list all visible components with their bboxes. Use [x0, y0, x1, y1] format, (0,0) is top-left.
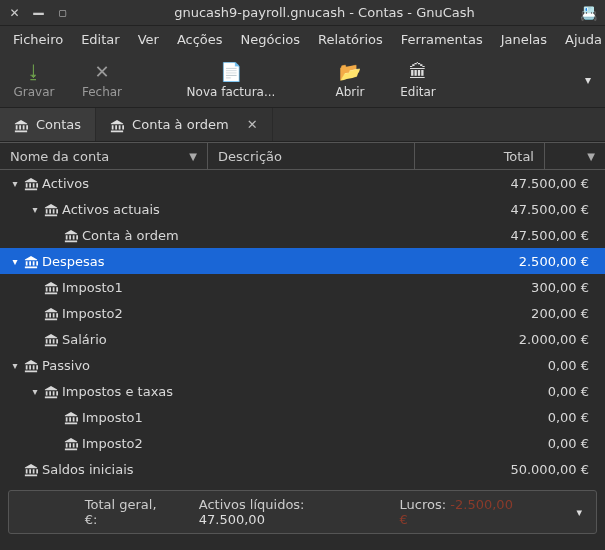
bank-icon [22, 175, 40, 191]
expand-icon[interactable]: ▾ [8, 360, 22, 371]
account-name: Imposto2 [80, 436, 421, 451]
column-description[interactable]: Descrição [208, 143, 415, 169]
menu-ferramentas[interactable]: Ferramentas [392, 28, 492, 51]
tab-conta-à-ordem[interactable]: Conta à ordem✕ [96, 108, 272, 141]
window-close-icon[interactable]: ✕ [8, 6, 21, 19]
edit-button[interactable]: 🏛 Editar [384, 52, 452, 107]
account-tree[interactable]: ▾Activos47.500,00 €▾Activos actuais47.50… [0, 170, 605, 482]
account-name: Conta à ordem [80, 228, 421, 243]
account-total: 0,00 € [421, 358, 599, 373]
account-row[interactable]: Imposto1300,00 € [0, 274, 605, 300]
account-row[interactable]: Saldos iniciais50.000,00 € [0, 456, 605, 482]
summary-bar: Total geral, €: Activos líquidos: 47.500… [8, 490, 597, 534]
window-minimize-icon[interactable]: ‒ [32, 6, 45, 19]
account-total: 47.500,00 € [421, 202, 599, 217]
menubar: FicheiroEditarVerAcçõesNegóciosRelatório… [0, 26, 605, 52]
column-name[interactable]: Nome da conta ▼ [0, 143, 208, 169]
column-headers: Nome da conta ▼ Descrição Total ▼ [0, 142, 605, 170]
edit-icon: 🏛 [409, 61, 427, 83]
window-maximize-icon[interactable]: ▢ [56, 6, 69, 19]
account-total: 47.500,00 € [421, 176, 599, 191]
account-total: 2.500,00 € [421, 254, 599, 269]
account-name: Impostos e taxas [60, 384, 421, 399]
titlebar: ✕ ‒ ▢ gnucash9-payroll.gnucash - Contas … [0, 0, 605, 26]
account-name: Saldos iniciais [40, 462, 421, 477]
menu-ver[interactable]: Ver [129, 28, 168, 51]
bank-icon [42, 201, 60, 217]
account-total: 2.000,00 € [421, 332, 599, 347]
bank-icon [62, 435, 80, 451]
account-name: Imposto1 [60, 280, 421, 295]
account-name: Imposto2 [60, 306, 421, 321]
bank-icon [42, 331, 60, 347]
save-button[interactable]: ⭳ Gravar [0, 52, 68, 107]
menu-relatórios[interactable]: Relatórios [309, 28, 392, 51]
menu-ajuda[interactable]: Ajuda [556, 28, 605, 51]
account-name: Passivo [40, 358, 421, 373]
account-name: Despesas [40, 254, 421, 269]
bank-icon [62, 227, 80, 243]
bank-icon [22, 253, 40, 269]
toolbar: ⭳ Gravar ✕ Fechar 📄 Nova factura... 📂 Ab… [0, 52, 605, 108]
account-total: 50.000,00 € [421, 462, 599, 477]
window-title: gnucash9-payroll.gnucash - Contas - GnuC… [77, 5, 572, 20]
account-name: Activos [40, 176, 421, 191]
bank-icon [14, 117, 28, 133]
menu-acções[interactable]: Acções [168, 28, 232, 51]
tabbar: ContasConta à ordem✕ [0, 108, 605, 142]
tab-contas[interactable]: Contas [0, 108, 96, 141]
account-row[interactable]: Imposto20,00 € [0, 430, 605, 456]
account-total: 300,00 € [421, 280, 599, 295]
bank-icon [22, 461, 40, 477]
window-buttons: ✕ ‒ ▢ [0, 6, 77, 19]
account-row[interactable]: Imposto10,00 € [0, 404, 605, 430]
account-row[interactable]: ▾Passivo0,00 € [0, 352, 605, 378]
account-name: Imposto1 [80, 410, 421, 425]
account-row[interactable]: ▾Despesas2.500,00 € [0, 248, 605, 274]
profits: Lucros: -2.500,00 € [400, 497, 525, 527]
account-row[interactable]: ▾Activos47.500,00 € [0, 170, 605, 196]
chevron-down-icon: ▼ [587, 151, 595, 162]
save-icon: ⭳ [25, 61, 43, 83]
column-total[interactable]: Total [415, 143, 545, 169]
account-row[interactable]: Imposto2200,00 € [0, 300, 605, 326]
account-total: 0,00 € [421, 410, 599, 425]
bank-icon [42, 305, 60, 321]
account-total: 47.500,00 € [421, 228, 599, 243]
new-invoice-button[interactable]: 📄 Nova factura... [176, 52, 286, 107]
summary-overflow-icon[interactable]: ▾ [576, 506, 582, 519]
sort-indicator-icon: ▼ [189, 151, 197, 162]
bank-icon [62, 409, 80, 425]
open-folder-icon: 📂 [339, 61, 361, 83]
account-total: 0,00 € [421, 384, 599, 399]
toolbar-overflow-icon[interactable]: ▾ [571, 73, 605, 87]
expand-icon[interactable]: ▾ [28, 386, 42, 397]
menu-editar[interactable]: Editar [72, 28, 129, 51]
bank-icon [22, 357, 40, 373]
net-assets: Activos líquidos: 47.500,00 [199, 497, 374, 527]
account-row[interactable]: ▾Activos actuais47.500,00 € [0, 196, 605, 222]
grand-total-label: Total geral, €: [85, 497, 173, 527]
column-extra[interactable]: ▼ [545, 143, 605, 169]
menu-negócios[interactable]: Negócios [232, 28, 309, 51]
tray-icon[interactable]: 📇 [572, 5, 605, 21]
close-button[interactable]: ✕ Fechar [68, 52, 136, 107]
expand-icon[interactable]: ▾ [28, 204, 42, 215]
bank-icon [110, 117, 124, 133]
account-row[interactable]: Salário2.000,00 € [0, 326, 605, 352]
new-invoice-icon: 📄 [220, 61, 242, 83]
open-button[interactable]: 📂 Abrir [316, 52, 384, 107]
expand-icon[interactable]: ▾ [8, 178, 22, 189]
account-name: Salário [60, 332, 421, 347]
account-total: 0,00 € [421, 436, 599, 451]
menu-janelas[interactable]: Janelas [492, 28, 556, 51]
tab-close-icon[interactable]: ✕ [247, 117, 258, 132]
account-row[interactable]: ▾Impostos e taxas0,00 € [0, 378, 605, 404]
account-total: 200,00 € [421, 306, 599, 321]
account-row[interactable]: Conta à ordem47.500,00 € [0, 222, 605, 248]
bank-icon [42, 383, 60, 399]
bank-icon [42, 279, 60, 295]
expand-icon[interactable]: ▾ [8, 256, 22, 267]
close-icon: ✕ [94, 61, 109, 83]
menu-ficheiro[interactable]: Ficheiro [4, 28, 72, 51]
